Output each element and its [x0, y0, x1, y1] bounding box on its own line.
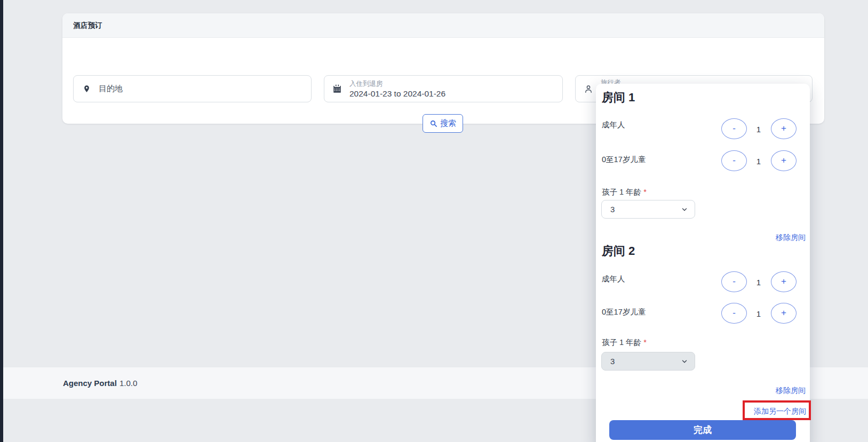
room1-children-decrement-button[interactable]: - [721, 150, 747, 171]
required-asterisk: * [643, 338, 647, 347]
room2-children-decrement-button[interactable]: - [721, 303, 747, 324]
room2-adults-decrement-button[interactable]: - [721, 271, 747, 292]
done-button[interactable]: 完成 [609, 420, 796, 440]
room1-child-age-select[interactable]: 3 [601, 200, 695, 219]
room2-children-increment-button[interactable]: + [771, 303, 797, 324]
room1-child-age-value: 3 [610, 205, 615, 214]
chevron-down-icon [681, 358, 688, 365]
chevron-down-icon [681, 206, 688, 213]
location-pin-icon [81, 84, 92, 94]
person-icon [583, 84, 594, 94]
room2-adults-count: 1 [753, 278, 765, 287]
room1-adults-increment-button[interactable]: + [771, 118, 797, 139]
footer-version: 1.0.0 [120, 379, 137, 388]
room2-child-age-label: 孩子 1 年龄* [602, 337, 647, 348]
card-header: 酒店预订 [62, 13, 824, 38]
room2-adults-increment-button[interactable]: + [771, 271, 797, 292]
card-title: 酒店预订 [73, 21, 102, 30]
destination-placeholder: 目的地 [99, 84, 123, 94]
dates-value: 2024-01-23 to 2024-01-26 [349, 89, 445, 99]
destination-field[interactable]: 目的地 [73, 75, 312, 102]
calendar-icon [332, 84, 343, 94]
dates-field-text: 入住到退房 2024-01-23 to 2024-01-26 [349, 79, 445, 99]
room1-remove-room-link[interactable]: 移除房间 [776, 233, 806, 243]
required-asterisk: * [643, 188, 647, 196]
room1-adults-label: 成年人 [602, 120, 625, 130]
dates-field[interactable]: 入住到退房 2024-01-23 to 2024-01-26 [324, 75, 563, 102]
search-button-label: 搜索 [440, 118, 456, 128]
footer-text: Agency Portal1.0.0 [63, 379, 137, 388]
room1-child-age-label: 孩子 1 年龄* [602, 187, 647, 197]
room2-child-age-value: 3 [610, 357, 615, 366]
room2-remove-room-link[interactable]: 移除房间 [776, 386, 806, 396]
room2-child-age-select[interactable]: 3 [601, 352, 695, 371]
room2-title: 房间 2 [602, 244, 635, 258]
room1-child-age-label-text: 孩子 1 年龄 [602, 188, 641, 196]
footer-brand-name: Agency Portal [63, 379, 117, 388]
left-edge-strip [0, 0, 3, 442]
room2-child-age-label-text: 孩子 1 年龄 [602, 338, 641, 347]
add-another-room-link[interactable]: 添加另一个房间 [754, 407, 806, 416]
room2-children-label: 0至17岁儿童 [602, 307, 646, 317]
dates-label: 入住到退房 [349, 79, 445, 89]
room1-children-count: 1 [753, 157, 765, 166]
room1-title: 房间 1 [602, 91, 635, 105]
search-icon [429, 119, 437, 127]
room1-adults-count: 1 [753, 125, 765, 134]
room1-children-increment-button[interactable]: + [771, 150, 797, 171]
room1-adults-decrement-button[interactable]: - [721, 118, 747, 139]
room1-children-label: 0至17岁儿童 [602, 155, 646, 165]
travelers-popover: 房间 1 成年人 - 1 + 0至17岁儿童 - 1 + 孩子 1 年龄* 3 … [596, 84, 810, 442]
room2-children-count: 1 [753, 309, 765, 318]
search-button[interactable]: 搜索 [423, 114, 463, 133]
room2-adults-label: 成年人 [602, 274, 625, 284]
